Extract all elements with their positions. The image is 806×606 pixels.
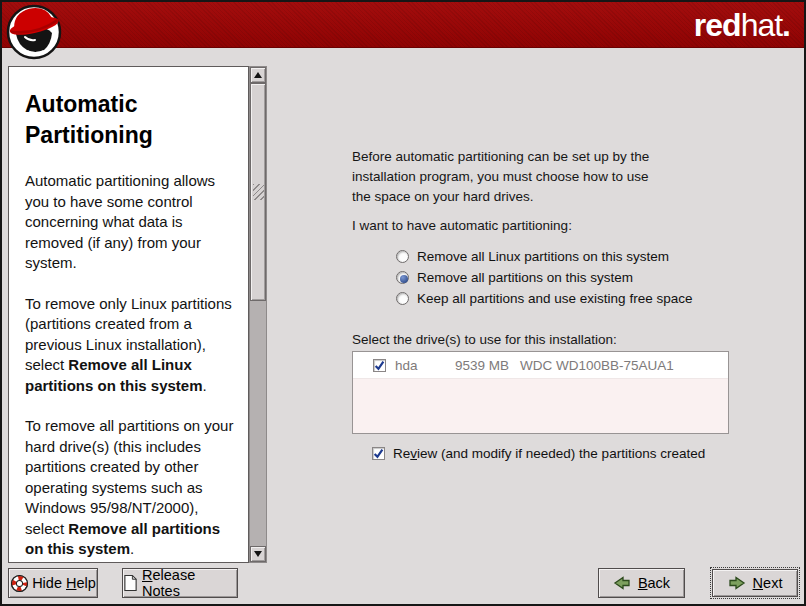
- radio-option-label: Keep all partitions and use existing fre…: [417, 291, 692, 306]
- review-checkbox-label: Review (and modify if needed) the partit…: [393, 446, 705, 461]
- help-scrollbar[interactable]: [249, 66, 267, 563]
- radio-button[interactable]: [396, 250, 409, 263]
- scroll-down-button[interactable]: [250, 546, 266, 562]
- drive-size: 9539 MB: [455, 358, 520, 373]
- review-checkbox-row[interactable]: Review (and modify if needed) the partit…: [372, 446, 705, 461]
- document-icon: [123, 574, 138, 592]
- wordmark-period: .: [782, 7, 790, 43]
- drive-checkbox[interactable]: [373, 359, 386, 372]
- review-checkbox[interactable]: [372, 447, 385, 460]
- installer-window: redhat. Automatic Partitioning Automatic…: [0, 0, 806, 606]
- scrollbar-grip-icon: [253, 184, 264, 200]
- scroll-up-button[interactable]: [250, 67, 266, 83]
- help-paragraph: To remove all partitions on your hard dr…: [25, 416, 236, 560]
- wordmark-red: red: [694, 7, 741, 43]
- checkmark-icon: [374, 360, 385, 371]
- radio-option-label: Remove all partitions on this system: [417, 270, 633, 285]
- arrow-down-icon: [254, 551, 262, 557]
- wordmark-hat: hat: [741, 7, 782, 43]
- help-paragraph: To remove only Linux partitions (partiti…: [25, 294, 236, 397]
- help-title: Automatic Partitioning: [25, 89, 236, 151]
- intro-line: installation program, you must choose ho…: [352, 167, 649, 187]
- checkmark-icon: [373, 448, 384, 459]
- scrollbar-thumb[interactable]: [250, 83, 266, 301]
- drive-row[interactable]: hda9539 MBWDC WD100BB-75AUA1: [353, 352, 728, 379]
- release-notes-button[interactable]: Release Notes: [122, 568, 238, 598]
- radio-group-prompt: I want to have automatic partitioning:: [352, 218, 572, 233]
- drive-select-label: Select the drive(s) to use for this inst…: [352, 332, 617, 347]
- hide-help-label: Hide Help: [32, 575, 96, 591]
- help-paragraph: Automatic partitioning allows you to hav…: [25, 171, 236, 274]
- redhat-wordmark: redhat.: [694, 2, 790, 48]
- top-banner: [2, 2, 804, 48]
- radio-option-row[interactable]: Remove all Linux partitions on this syst…: [396, 246, 692, 267]
- redhat-shadowman-icon: [6, 4, 62, 60]
- next-button-focus-ring: Next: [710, 567, 800, 599]
- next-button[interactable]: Next: [712, 569, 798, 597]
- hide-help-button[interactable]: Hide Help: [8, 568, 98, 598]
- radio-button[interactable]: [396, 292, 409, 305]
- help-panel: Automatic Partitioning Automatic partiti…: [8, 66, 249, 563]
- intro-line: the space on your hard drives.: [352, 187, 649, 207]
- back-button[interactable]: Back: [598, 568, 685, 598]
- lifesaver-icon: [10, 574, 29, 593]
- radio-option-label: Remove all Linux partitions on this syst…: [417, 249, 669, 264]
- radio-group: Remove all Linux partitions on this syst…: [396, 246, 692, 309]
- back-label: Back: [638, 575, 670, 591]
- radio-button-selected[interactable]: [396, 271, 409, 284]
- release-notes-label: Release Notes: [142, 567, 237, 599]
- radio-option-row[interactable]: Remove all partitions on this system: [396, 267, 692, 288]
- drive-device: hda: [395, 358, 455, 373]
- radio-option-row[interactable]: Keep all partitions and use existing fre…: [396, 288, 692, 309]
- arrow-up-icon: [254, 72, 262, 78]
- back-arrow-icon: [613, 575, 631, 591]
- drive-list[interactable]: hda9539 MBWDC WD100BB-75AUA1: [352, 351, 729, 434]
- intro-text: Before automatic partitioning can be set…: [352, 147, 649, 207]
- help-paragraphs: Automatic partitioning allows you to hav…: [23, 171, 236, 560]
- next-arrow-icon: [728, 575, 746, 591]
- next-label: Next: [753, 575, 783, 591]
- intro-line: Before automatic partitioning can be set…: [352, 147, 649, 167]
- drive-model: WDC WD100BB-75AUA1: [520, 358, 674, 373]
